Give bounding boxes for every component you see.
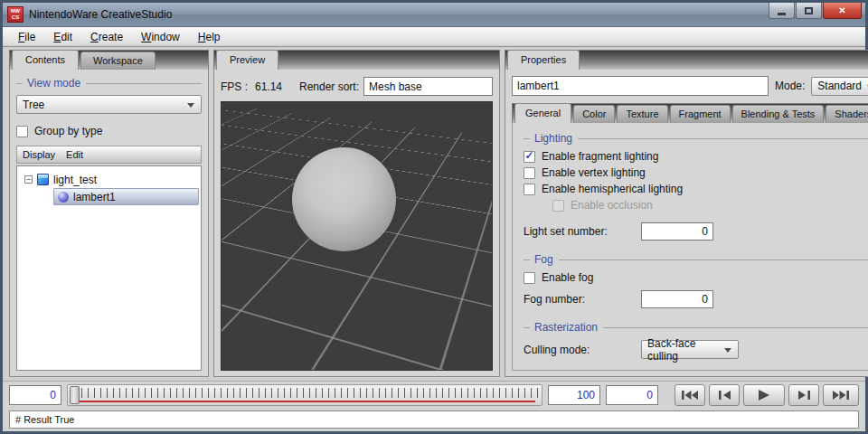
menu-edit[interactable]: Edit	[45, 29, 80, 45]
chevron-down-icon	[187, 103, 194, 108]
vertex-lighting-checkbox[interactable]	[524, 167, 535, 179]
light-set-number-row: Light set number: 0	[524, 222, 868, 241]
tree-row-material-selected[interactable]: lambert1	[53, 188, 199, 205]
subtab-texture[interactable]: Texture	[617, 105, 667, 123]
fog-title: Fog	[534, 253, 553, 266]
subtab-color[interactable]: Color	[573, 105, 615, 123]
enable-occlusion-row: Enable occlusion	[552, 199, 868, 212]
fog-label: Enable fog	[542, 271, 593, 284]
step-back-icon	[718, 390, 731, 401]
tree-expander-icon[interactable]: −	[24, 175, 33, 184]
menu-create[interactable]: Create	[82, 29, 131, 45]
material-name-field[interactable]: lambert1	[512, 76, 769, 96]
culling-mode-label: Culling mode:	[524, 344, 641, 356]
view-mode-value: Tree	[23, 99, 44, 111]
play-icon	[757, 389, 771, 401]
timeline-slider[interactable]	[67, 384, 542, 406]
subtab-blending-tests[interactable]: Blending & Tests	[732, 105, 825, 123]
menu-window[interactable]: Window	[133, 29, 188, 45]
view-mode-label: View mode	[27, 77, 80, 90]
view-mode-group-header: View mode	[16, 77, 202, 90]
tree-menu-edit[interactable]: Edit	[66, 149, 90, 160]
status-bar: # Result True	[3, 408, 865, 431]
timeline-handle[interactable]	[70, 386, 80, 404]
enable-fragment-lighting-row[interactable]: Enable fragment lighting	[524, 150, 868, 163]
tree-menu-display[interactable]: Display	[23, 149, 62, 160]
step-forward-button[interactable]	[788, 384, 819, 406]
tab-properties[interactable]: Properties	[507, 50, 580, 70]
frame-current-field[interactable]: 0	[606, 385, 658, 405]
minimize-icon	[778, 13, 786, 15]
viewport-3d[interactable]	[221, 101, 493, 371]
render-sort-label: Render sort:	[299, 80, 359, 93]
step-back-button[interactable]	[709, 384, 740, 406]
close-icon: ✕	[838, 5, 845, 15]
maximize-button[interactable]	[796, 3, 822, 19]
app-icon-text-top: NW	[11, 8, 20, 14]
culling-mode-row: Culling mode: Back-face culling	[524, 340, 868, 359]
tab-preview[interactable]: Preview	[216, 50, 278, 70]
subtab-general[interactable]: General	[514, 103, 571, 123]
tab-contents[interactable]: Contents	[12, 50, 79, 70]
skip-to-start-button[interactable]	[675, 384, 705, 406]
title-bar[interactable]: NW CS NintendoWare CreativeStudio ✕	[3, 3, 865, 27]
status-message: # Result True	[9, 410, 859, 429]
app-icon-text-bottom: CS	[12, 14, 19, 21]
frame-end-field[interactable]: 100	[548, 385, 600, 405]
contents-panel: Contents Workspace View mode Tree Group …	[9, 50, 209, 377]
fog-group-header: Fog	[524, 253, 868, 266]
view-mode-dropdown[interactable]: Tree	[16, 95, 202, 114]
render-sort-field[interactable]: Mesh base	[363, 77, 493, 96]
enable-fog-row[interactable]: Enable fog	[524, 271, 868, 284]
preview-panel: Preview FPS : 61.14 Render sort: Mesh ba…	[213, 50, 500, 377]
property-subtabs: General Color Texture Fragment Blending …	[512, 103, 868, 123]
general-tab-page: Lighting Enable fragment lighting Enable…	[512, 123, 868, 371]
subtab-shaders[interactable]: Shaders	[826, 105, 868, 123]
rasterization-group-header: Rasterization	[524, 321, 868, 334]
model-cube-icon	[37, 174, 49, 185]
preview-body: FPS : 61.14 Render sort: Mesh base	[213, 70, 500, 377]
lighting-group-header: Lighting	[524, 132, 868, 145]
fps-value: 61.14	[255, 80, 282, 93]
fragment-lighting-label: Enable fragment lighting	[542, 150, 658, 163]
group-by-type-checkbox[interactable]	[16, 126, 28, 137]
properties-header: lambert1 Mode: Standard	[512, 76, 868, 96]
light-set-number-field[interactable]: 0	[641, 222, 713, 241]
preview-sphere	[292, 147, 396, 251]
skip-to-end-button[interactable]	[823, 384, 859, 406]
mode-value: Standard	[817, 80, 862, 92]
scene-tree[interactable]: − light_test lambert1	[16, 165, 202, 371]
hemispherical-lighting-checkbox[interactable]	[524, 184, 535, 195]
fog-checkbox[interactable]	[524, 272, 535, 284]
timeline-ticks	[81, 388, 539, 398]
tree-root-label: light_test	[53, 174, 97, 186]
app-window: NW CS NintendoWare CreativeStudio ✕ File…	[0, 0, 868, 434]
subtab-fragment[interactable]: Fragment	[670, 105, 731, 123]
frame-start-field[interactable]: 0	[9, 385, 61, 405]
rasterization-title: Rasterization	[534, 321, 598, 334]
minimize-button[interactable]	[769, 3, 795, 19]
tab-workspace[interactable]: Workspace	[80, 52, 156, 70]
enable-hemispherical-lighting-row[interactable]: Enable hemispherical lighting	[524, 183, 868, 195]
chevron-down-icon	[724, 348, 731, 353]
fog-number-field[interactable]: 0	[641, 290, 713, 308]
contents-tabstrip: Contents Workspace	[9, 50, 209, 70]
tree-child-label: lambert1	[73, 191, 116, 203]
mode-dropdown[interactable]: Standard	[811, 77, 868, 96]
menu-file[interactable]: File	[10, 29, 43, 45]
menu-help[interactable]: Help	[190, 29, 229, 45]
culling-mode-dropdown[interactable]: Back-face culling	[641, 340, 739, 359]
close-button[interactable]: ✕	[823, 3, 862, 19]
culling-mode-value: Back-face culling	[647, 337, 720, 363]
tree-row-root[interactable]: − light_test	[19, 171, 199, 188]
enable-vertex-lighting-row[interactable]: Enable vertex lighting	[524, 166, 868, 179]
play-button[interactable]	[743, 384, 785, 406]
contents-body: View mode Tree Group by type Display Edi…	[9, 70, 209, 377]
fog-number-label: Fog number:	[524, 293, 641, 306]
window-controls: ✕	[769, 3, 862, 19]
group-by-type-row[interactable]: Group by type	[16, 125, 202, 137]
menu-bar: File Edit Create Window Help	[3, 27, 865, 47]
fragment-lighting-checkbox[interactable]	[524, 151, 535, 163]
fps-label: FPS :	[221, 80, 248, 93]
occlusion-label: Enable occlusion	[571, 199, 653, 212]
